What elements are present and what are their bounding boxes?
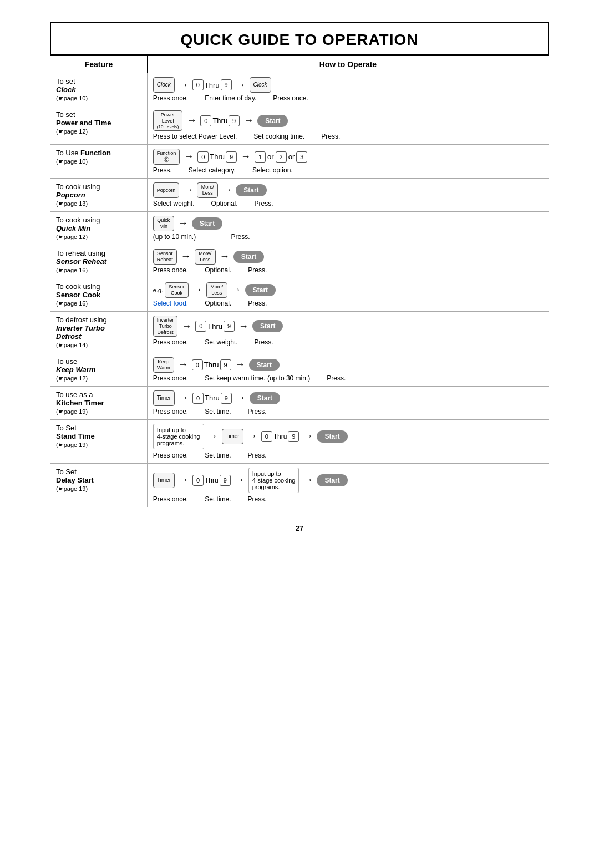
clock-button-2[interactable]: Clock bbox=[250, 77, 271, 93]
thru-label: Thru bbox=[205, 476, 219, 484]
more-less-button[interactable]: More/Less bbox=[197, 182, 218, 198]
start-button[interactable]: Start bbox=[252, 320, 283, 332]
input-stage-cooking: Input up to4-stage cookingprograms. bbox=[153, 424, 204, 449]
desc-1: Select weight. bbox=[153, 200, 195, 207]
start-button[interactable]: Start bbox=[236, 184, 266, 196]
table-row: To cook using Popcorn (☛page 13) Popcorn… bbox=[50, 178, 549, 211]
start-button[interactable]: Start bbox=[257, 115, 288, 127]
num-9: 9 bbox=[220, 359, 231, 370]
arrow-icon: → bbox=[179, 474, 189, 486]
how-descriptions: Select weight. Optional. Press. bbox=[153, 200, 543, 207]
num-9: 9 bbox=[224, 321, 235, 332]
desc-2: Optional. bbox=[205, 300, 231, 307]
start-button[interactable]: Start bbox=[192, 217, 222, 230]
desc-2: Select category. bbox=[189, 166, 236, 174]
num-9: 9 bbox=[221, 393, 232, 404]
table-row: To defrost using Inverter TurboDefrost (… bbox=[50, 311, 549, 353]
feature-cell: To Set Stand Time (☛page 19) bbox=[50, 419, 148, 463]
desc-3: Press. bbox=[321, 133, 340, 140]
how-descriptions: (up to 10 min.) Press. bbox=[153, 233, 543, 241]
feature-page-ref: (☛page 13) bbox=[56, 200, 88, 207]
desc-3: Press. bbox=[248, 266, 267, 274]
feature-page-ref: (☛page 19) bbox=[56, 441, 88, 448]
or-label: or bbox=[267, 153, 274, 161]
quick-min-button[interactable]: QuickMin bbox=[153, 216, 174, 231]
desc-3: Press. bbox=[248, 451, 267, 459]
table-row: To cook using Sensor Cook (☛page 16) e.g… bbox=[50, 278, 549, 311]
start-button[interactable]: Start bbox=[317, 474, 347, 486]
thru-group: 0 Thru 9 bbox=[192, 79, 232, 90]
num-3: 3 bbox=[296, 151, 307, 163]
feature-prefix: To use as a bbox=[56, 390, 93, 399]
desc-1: Select food. bbox=[153, 300, 188, 307]
timer-button[interactable]: Timer bbox=[153, 390, 175, 406]
desc-3: Press. bbox=[248, 408, 267, 415]
desc-3: Press. bbox=[231, 233, 250, 241]
table-row: To Use Function (☛page 10) Function⓪ → 0… bbox=[50, 145, 549, 179]
desc-1: Press once. bbox=[153, 338, 188, 346]
power-level-button[interactable]: PowerLevel(10 Levels) bbox=[153, 110, 183, 131]
thru-label: Thru bbox=[212, 116, 227, 125]
start-button[interactable]: Start bbox=[249, 359, 280, 371]
feature-cell: To use as a Kitchen Timer (☛page 19) bbox=[50, 386, 148, 419]
feature-prefix: To set bbox=[56, 77, 75, 85]
arrow-icon: → bbox=[220, 251, 230, 262]
arrow-icon: → bbox=[236, 79, 246, 91]
feature-main: Stand Time bbox=[56, 432, 95, 440]
arrow-icon: → bbox=[303, 430, 313, 442]
clock-button-1[interactable]: Clock bbox=[153, 77, 175, 93]
arrow-icon: → bbox=[186, 115, 196, 126]
arrow-icon: → bbox=[192, 284, 202, 296]
feature-cell: To set Clock (☛page 10) bbox=[50, 73, 148, 106]
how-cell: InverterTurboDefrost → 0 Thru 9 → Start … bbox=[147, 311, 549, 353]
feature-page-ref: (☛page 12) bbox=[56, 375, 88, 382]
table-row: To Set Stand Time (☛page 19) Input up to… bbox=[50, 419, 549, 463]
page: QUICK GUIDE TO OPERATION Feature How to … bbox=[50, 22, 549, 532]
how-descriptions: Press once. Set time. Press. bbox=[153, 495, 543, 503]
start-button[interactable]: Start bbox=[245, 284, 276, 296]
arrow-icon: → bbox=[235, 359, 245, 370]
feature-main: Delay Start bbox=[56, 476, 94, 484]
table-row: To set Power and Time (☛page 12) PowerLe… bbox=[50, 106, 549, 145]
more-less-button[interactable]: More/Less bbox=[195, 249, 216, 265]
how-descriptions: Press. Select category. Select option. bbox=[153, 166, 543, 174]
feature-main: Sensor Reheat bbox=[56, 257, 106, 266]
start-button[interactable]: Start bbox=[250, 392, 280, 404]
arrow-icon: → bbox=[241, 151, 251, 163]
feature-prefix: To cook using bbox=[56, 282, 100, 291]
feature-cell: To defrost using Inverter TurboDefrost (… bbox=[50, 311, 148, 353]
sensor-cook-button[interactable]: SensorCook bbox=[165, 282, 189, 298]
desc-1: Press once. bbox=[153, 374, 188, 382]
start-button[interactable]: Start bbox=[317, 430, 347, 443]
table-row: To use Keep Warm (☛page 12) KeepWarm → 0… bbox=[50, 353, 549, 386]
how-descriptions: Press once. Set weight. Press. bbox=[153, 338, 543, 346]
how-cell: PowerLevel(10 Levels) → 0 Thru 9 → Start… bbox=[147, 106, 549, 145]
sensor-reheat-button[interactable]: SensorReheat bbox=[153, 249, 177, 265]
thru-label: Thru bbox=[210, 153, 225, 161]
desc-3: Press. bbox=[255, 338, 273, 346]
popcorn-button[interactable]: Popcorn bbox=[153, 182, 180, 198]
table-row: To use as a Kitchen Timer (☛page 19) Tim… bbox=[50, 386, 549, 419]
start-button[interactable]: Start bbox=[233, 251, 264, 263]
more-less-button[interactable]: More/Less bbox=[206, 282, 227, 298]
timer-button[interactable]: Timer bbox=[222, 429, 243, 444]
feature-cell: To cook using Popcorn (☛page 13) bbox=[50, 178, 148, 211]
feature-page-ref: (☛page 14) bbox=[56, 342, 88, 348]
feature-prefix: To Set bbox=[56, 424, 77, 432]
eg-label: e.g. bbox=[153, 287, 163, 293]
feature-cell: To cook using Sensor Cook (☛page 16) bbox=[50, 278, 148, 311]
inverter-turbo-button[interactable]: InverterTurboDefrost bbox=[153, 316, 178, 337]
feature-page-ref: (☛page 10) bbox=[56, 158, 88, 165]
feature-prefix: To reheat using bbox=[56, 249, 105, 257]
timer-button[interactable]: Timer bbox=[153, 473, 175, 488]
how-cell: KeepWarm → 0 Thru 9 → Start Press once. … bbox=[147, 353, 549, 386]
desc-1: Press once. bbox=[153, 408, 188, 415]
arrow-icon: → bbox=[179, 392, 189, 404]
function-button[interactable]: Function⓪ bbox=[153, 149, 180, 165]
desc-1: (up to 10 min.) bbox=[153, 233, 196, 241]
how-cell: Timer → 0 Thru 9 → Start Press once. Set… bbox=[147, 386, 549, 419]
arrow-icon: → bbox=[303, 474, 313, 486]
desc-3: Press. bbox=[248, 495, 267, 503]
keep-warm-button[interactable]: KeepWarm bbox=[153, 357, 174, 373]
feature-prefix: To cook using bbox=[56, 216, 100, 224]
